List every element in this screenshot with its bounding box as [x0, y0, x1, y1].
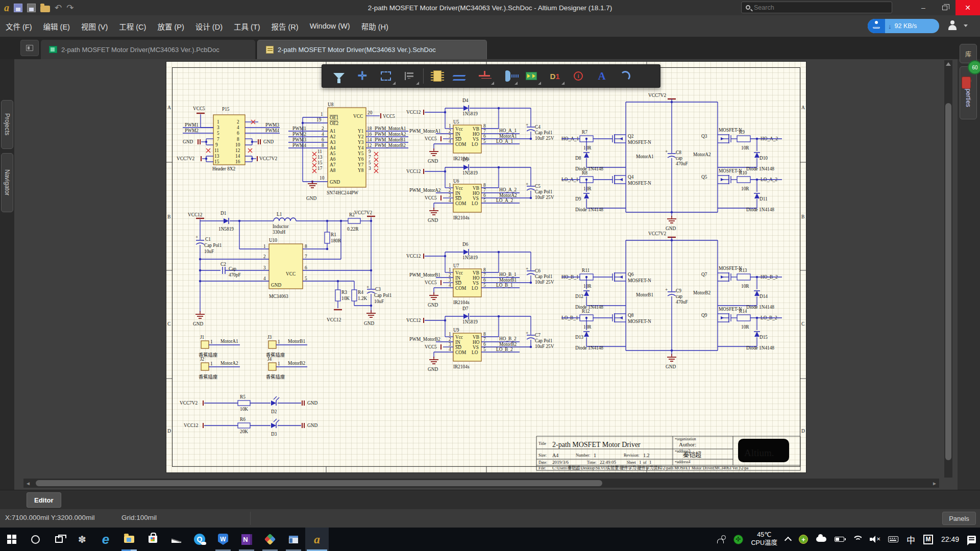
menu-reports[interactable]: 报告 (R) — [266, 21, 304, 32]
menu-project[interactable]: 工程 (C) — [113, 21, 152, 32]
no-erc-button[interactable]: i — [567, 66, 590, 86]
user-avatar-icon[interactable] — [947, 20, 958, 31]
menu-edit[interactable]: 编辑 (E) — [38, 21, 76, 32]
svg-text:2-path MOSFET Motor Driver: 2-path MOSFET Motor Driver — [552, 441, 641, 448]
action-center-button[interactable] — [963, 528, 980, 551]
start-button[interactable] — [0, 528, 23, 551]
scroll-up-icon[interactable] — [946, 62, 951, 66]
window-app-button[interactable] — [282, 528, 305, 551]
dev-tool-button[interactable] — [258, 528, 282, 551]
quark-browser-button[interactable]: Q — [188, 528, 211, 551]
editor-mode-button[interactable]: Editor — [27, 492, 61, 508]
place-arc-button[interactable] — [614, 66, 637, 86]
user-dropdown-caret-icon[interactable] — [964, 24, 968, 27]
search-input[interactable] — [754, 4, 871, 11]
svg-text:Date:: Date: — [538, 460, 547, 465]
scroll-left-icon[interactable]: ◄ — [23, 479, 33, 488]
vertical-scrollbar[interactable] — [944, 60, 952, 478]
undo-icon[interactable]: ↶ — [55, 4, 62, 12]
ime-button[interactable]: 中 — [902, 528, 919, 551]
svg-text:IR2104s: IR2104s — [453, 364, 470, 369]
antivirus-button[interactable]: + — [795, 528, 812, 551]
scroll-right-icon[interactable]: ► — [930, 479, 939, 488]
schematic-sheet[interactable]: VCC5P15Header 8X212345678910111213141516… — [166, 61, 806, 473]
mail-button[interactable] — [164, 528, 188, 551]
align-button[interactable] — [398, 66, 421, 86]
right-panel-strip — [958, 59, 980, 490]
touch-keyboard-button[interactable] — [884, 528, 902, 551]
svg-text:GND: GND — [428, 303, 438, 308]
altium-taskbar-button[interactable]: a — [305, 528, 329, 551]
menu-place[interactable]: 放置 (P) — [152, 21, 189, 32]
file-explorer-button[interactable] — [117, 528, 141, 551]
horizontal-scrollbar[interactable] — [33, 479, 930, 488]
menu-file[interactable]: 文件 (F) — [0, 21, 38, 32]
panels-button[interactable]: Panels — [942, 512, 976, 525]
svg-text:VCC5: VCC5 — [193, 106, 205, 111]
tray-people-button[interactable] — [713, 528, 729, 551]
tray-expand-button[interactable] — [781, 528, 795, 551]
annotate-button[interactable]: D1 — [543, 66, 567, 86]
task-view-button[interactable] — [47, 528, 70, 551]
battery-button[interactable] — [830, 528, 848, 551]
horizontal-scroll-thumb[interactable] — [36, 480, 602, 486]
menu-help[interactable]: 帮助 (H) — [356, 21, 394, 32]
svg-text:VS: VS — [473, 137, 479, 142]
restore-button[interactable] — [934, 0, 955, 15]
schematic-canvas[interactable]: VCC5P15Header 8X212345678910111213141516… — [166, 61, 806, 473]
place-text-button[interactable]: A — [590, 66, 614, 86]
svg-text:9: 9 — [369, 149, 371, 154]
place-gnd-button[interactable] — [473, 66, 496, 86]
panel-tab-navigator[interactable]: Navigator — [1, 153, 13, 212]
minimize-button[interactable]: – — [913, 0, 934, 15]
place-wire-button[interactable] — [449, 66, 473, 86]
menu-design[interactable]: 设计 (D) — [190, 21, 228, 32]
onenote-button[interactable]: N — [235, 528, 258, 551]
save-all-icon[interactable] — [27, 4, 36, 12]
tray-fan-button[interactable]: ✣ — [729, 528, 747, 551]
menu-view[interactable]: 视图 (V) — [76, 21, 113, 32]
store-button[interactable] — [141, 528, 164, 551]
ime-mode-button[interactable]: M — [919, 528, 937, 551]
svg-text:A4: A4 — [552, 453, 558, 458]
edge-button[interactable]: e — [94, 528, 117, 551]
tab-schdoc-active[interactable]: 2-path MOSFET Motor Driver(MC34063 Ver.)… — [257, 40, 487, 59]
svg-text:7: 7 — [483, 337, 486, 342]
document-list-button[interactable] — [20, 40, 39, 56]
svg-text:C1: C1 — [205, 237, 211, 242]
vertical-scroll-thumb[interactable] — [945, 103, 951, 460]
sheet-entry-icon — [526, 72, 537, 80]
search-box[interactable] — [741, 2, 892, 13]
svg-text:10R: 10R — [583, 145, 592, 151]
wifi-button[interactable] — [848, 528, 866, 551]
svg-text:OE1: OE1 — [330, 115, 338, 120]
move-tool-button[interactable]: ✛ — [351, 66, 374, 86]
select-area-button[interactable] — [374, 66, 398, 86]
svg-text:16: 16 — [367, 132, 372, 137]
wps-button[interactable]: W — [211, 528, 235, 551]
close-button[interactable]: ✕ — [955, 0, 980, 15]
menu-window[interactable]: Window (W) — [304, 22, 356, 30]
open-folder-icon[interactable] — [40, 6, 50, 12]
svg-text:Header 8X2: Header 8X2 — [212, 166, 236, 171]
redo-icon[interactable]: ↷ — [66, 4, 74, 12]
cortana-button[interactable] — [23, 528, 47, 551]
onedrive-button[interactable] — [812, 528, 830, 551]
svg-text:D12: D12 — [575, 294, 583, 299]
place-part-button[interactable] — [426, 66, 449, 86]
tab-schdoc-label: 2-path MOSFET Motor Driver(MC34063 Ver.)… — [278, 46, 436, 54]
svg-text:1: 1 — [449, 267, 451, 272]
place-power-port-button[interactable] — [496, 66, 520, 86]
menu-tools[interactable]: 工具 (T) — [228, 21, 266, 32]
taskbar-clock[interactable]: 22:49 — [937, 528, 963, 551]
volume-button[interactable]: ✕ — [866, 528, 884, 551]
tab-pcbdoc[interactable]: 2-path MOSFET Motor Driver(MC34063 Ver.)… — [41, 40, 255, 59]
place-sheet-entry-button[interactable] — [520, 66, 543, 86]
pinned-app-button[interactable]: ✽ — [70, 528, 94, 551]
cloud-sync-pill[interactable]: ↓ 92 KB/s — [868, 19, 939, 33]
filter-tool-button[interactable] — [327, 66, 351, 86]
panel-tab-projects[interactable]: Projects — [1, 100, 13, 149]
save-icon[interactable] — [14, 4, 22, 12]
svg-text:Cap Pol1: Cap Pol1 — [535, 274, 553, 279]
windows-logo-icon — [7, 535, 16, 544]
